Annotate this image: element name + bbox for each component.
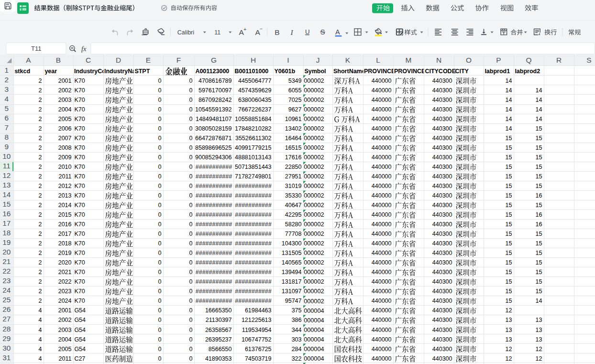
svg-text:440300: 440300: [432, 154, 452, 161]
svg-text:1: 1: [5, 66, 9, 74]
svg-text:0: 0: [158, 164, 162, 170]
svg-text:440300: 440300: [432, 288, 452, 295]
svg-text:4: 4: [39, 317, 42, 323]
svg-text:0: 0: [189, 154, 193, 161]
svg-text:14: 14: [536, 106, 542, 113]
svg-text:13: 13: [536, 336, 542, 343]
svg-text:4708616789: 4708616789: [198, 77, 232, 84]
svg-text:0: 0: [158, 250, 162, 256]
svg-text:0: 0: [189, 192, 193, 199]
svg-text:6055: 6055: [288, 87, 302, 94]
svg-text:19: 19: [2, 238, 11, 246]
svg-text:0: 0: [189, 77, 193, 84]
svg-text:4455064777: 4455064777: [238, 77, 272, 84]
svg-text:000002: 000002: [304, 183, 324, 189]
svg-text:13: 13: [536, 327, 542, 333]
svg-text:2018: 2018: [58, 240, 72, 247]
svg-text:0: 0: [158, 87, 162, 94]
svg-text:000002: 000002: [304, 231, 324, 237]
svg-text:7667226237: 7667226237: [238, 106, 272, 113]
svg-text:K70: K70: [74, 144, 85, 151]
svg-text:440300: 440300: [432, 250, 452, 256]
svg-text:###########: ###########: [196, 173, 232, 180]
svg-text:12: 12: [506, 355, 512, 362]
svg-text:2: 2: [39, 116, 42, 122]
svg-text:S: S: [586, 56, 591, 64]
svg-text:440000: 440000: [372, 173, 392, 180]
svg-text:440300: 440300: [432, 144, 452, 151]
svg-text:0: 0: [189, 164, 193, 170]
svg-text:0: 0: [158, 231, 162, 237]
svg-text:0: 0: [158, 183, 162, 189]
svg-text:440000: 440000: [372, 269, 392, 276]
svg-text:28: 28: [2, 325, 11, 333]
svg-text:440000: 440000: [372, 336, 392, 343]
svg-text:###########: ###########: [196, 192, 232, 199]
svg-text:440000: 440000: [372, 106, 392, 113]
svg-text:###########: ###########: [235, 240, 272, 247]
svg-text:15: 15: [506, 135, 512, 142]
svg-text:14: 14: [536, 298, 542, 304]
svg-text:G: G: [211, 56, 217, 64]
svg-text:7: 7: [5, 123, 9, 132]
svg-text:440000: 440000: [372, 288, 392, 295]
svg-text:0: 0: [158, 116, 162, 122]
svg-text:D: D: [116, 56, 121, 64]
svg-text:2: 2: [39, 144, 42, 151]
svg-text:440000: 440000: [372, 202, 392, 209]
svg-text:440300: 440300: [432, 97, 452, 103]
svg-text:14: 14: [536, 116, 542, 122]
svg-text:42295: 42295: [285, 211, 302, 218]
svg-text:440000: 440000: [372, 250, 392, 256]
svg-text:440300: 440300: [432, 221, 452, 228]
svg-text:0: 0: [158, 317, 162, 323]
svg-text:###########: ###########: [235, 269, 272, 276]
svg-text:2: 2: [39, 97, 42, 103]
svg-text:I: I: [290, 28, 294, 36]
svg-text:13: 13: [506, 336, 512, 343]
svg-text:15: 15: [506, 240, 512, 247]
svg-text:###########: ###########: [235, 202, 272, 209]
svg-text:15: 15: [536, 288, 542, 295]
svg-text:K70: K70: [74, 87, 85, 94]
svg-text:0: 0: [189, 125, 193, 132]
svg-text:2: 2: [39, 173, 42, 180]
svg-text:K70: K70: [74, 211, 85, 218]
svg-text:15: 15: [506, 192, 512, 199]
svg-text:0: 0: [189, 173, 193, 180]
svg-text:A001123000: A001123000: [195, 68, 229, 75]
svg-text:0: 0: [189, 317, 193, 323]
svg-text:2: 2: [39, 221, 42, 228]
svg-text:26358567: 26358567: [205, 327, 232, 333]
svg-text:440000: 440000: [372, 125, 392, 132]
svg-text:K: K: [345, 56, 351, 64]
svg-text:35330: 35330: [285, 192, 302, 199]
svg-text:###########: ###########: [235, 211, 272, 218]
svg-text:440000: 440000: [372, 317, 392, 323]
svg-text:0: 0: [158, 106, 162, 113]
svg-text:131817: 131817: [282, 278, 302, 285]
svg-text:B: B: [275, 28, 279, 36]
svg-text:440300: 440300: [432, 173, 452, 180]
svg-text:106747752: 106747752: [242, 336, 272, 343]
svg-text:386: 386: [292, 317, 302, 323]
svg-text:2: 2: [39, 298, 42, 304]
svg-text:95747: 95747: [285, 298, 302, 304]
svg-text:0: 0: [189, 346, 193, 353]
svg-text:2: 2: [39, 259, 42, 266]
svg-text:K70: K70: [74, 259, 85, 266]
svg-text:61984463: 61984463: [245, 307, 272, 314]
svg-text:###########: ###########: [235, 298, 272, 304]
svg-text:G54: G54: [74, 346, 86, 353]
svg-text:2: 2: [39, 240, 42, 247]
svg-text:0: 0: [158, 278, 162, 285]
svg-text:ShortName: ShortName: [333, 68, 365, 75]
svg-text:14: 14: [506, 106, 512, 113]
svg-text:0: 0: [189, 269, 193, 276]
svg-text:2016: 2016: [58, 221, 72, 228]
svg-text:0: 0: [158, 135, 162, 142]
svg-text:15: 15: [536, 164, 542, 170]
svg-text:15: 15: [506, 269, 512, 276]
svg-text:2023: 2023: [58, 288, 72, 295]
svg-text:000002: 000002: [304, 221, 324, 228]
